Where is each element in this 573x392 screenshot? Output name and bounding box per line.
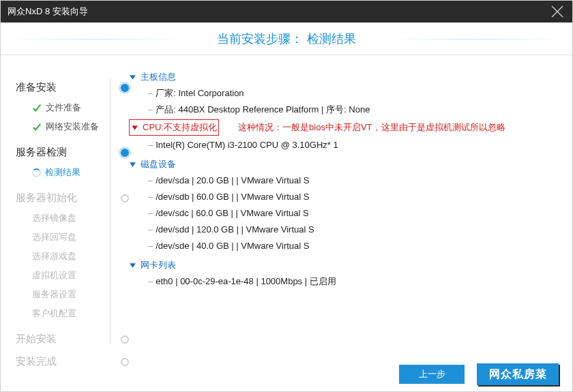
tree-item: –/dev/sdd | 120.0 GB | | VMware Virtual … [129,222,565,238]
step-dot-icon [121,194,129,202]
cpu-warning-note: 这种情况：一般是bios中未开启VT，这里由于是虚拟机测试所以忽略 [238,121,505,134]
chevron-down-icon [129,74,136,81]
tree-section-motherboard[interactable]: 主板信息 [129,69,565,85]
step-dot-icon [121,335,129,344]
chevron-down-icon [129,262,136,269]
tree-item: –/dev/sda | 20.0 GB | | VMware Virtual S [129,172,565,189]
sidebar-item: 虚拟机设置 [16,266,117,285]
svg-marker-5 [130,263,136,268]
tree-item: –/dev/sdb | 60.0 GB | | VMware Virtual S [129,189,565,205]
group-server-init: 服务器初始化 [16,192,117,205]
chevron-down-icon [131,124,138,132]
watermark: 网众私房菜 [477,363,559,385]
tree-item: –/dev/sde | 40.0 GB | | VMware Virtual S [129,238,565,254]
tree-section-nics[interactable]: 网卡列表 [129,257,565,273]
sidebar-divider [110,78,111,344]
sidebar-item: 客户机配置 [16,304,117,323]
tree-item: –eth0 | 00-0c-29-ea-1e-48 | 1000Mbps | 已… [129,273,565,290]
svg-marker-3 [132,125,138,130]
sub-file-ready: 文件准备 [16,98,117,117]
tree-item: – Intel(R) Core(TM) i3-2100 CPU @ 3.10GH… [129,137,565,153]
sub-net-ready: 网络安装准备 [16,117,117,136]
sidebar: 准备安装 文件准备 网络安装准备 服务器检测 检测结果 服务器初始化 [1,55,117,357]
svg-marker-2 [130,75,136,80]
check-icon [32,122,42,132]
prev-button[interactable]: 上一步 [399,365,465,384]
group-start: 开始安装 [16,333,117,346]
close-button[interactable] [548,2,567,21]
step-dot-icon [121,84,129,92]
sidebar-item: 选择游戏盘 [16,247,117,266]
window-title: 网众NxD 8 安装向导 [8,5,88,18]
chevron-down-icon [129,161,136,168]
check-icon [32,103,42,112]
titlebar: 网众NxD 8 安装向导 [1,1,572,22]
sidebar-item: 选择镜像盘 [16,209,117,228]
tree-section-cpu[interactable]: CPU:不支持虚拟化 这种情况：一般是bios中未开启VT，这里由于是虚拟机测试… [129,118,565,137]
content-panel: 主板信息 – 厂家: Intel Corporation – 产品: 440BX… [117,55,572,357]
sidebar-item: 服务器设置 [16,285,117,304]
tree-item: – 厂家: Intel Corporation [129,85,565,102]
tree-item: –/dev/sdc | 60.0 GB | | VMware Virtual S [129,205,565,222]
sidebar-item: 选择回写盘 [16,228,117,247]
step-dot-icon [121,149,129,157]
sub-check-result[interactable]: 检测结果 [16,163,117,182]
tree-section-disks[interactable]: 磁盘设备 [129,156,565,172]
tree-item: – 产品: 440BX Desktop Reference Platform |… [129,102,565,118]
cpu-warning: CPU:不支持虚拟化 [143,121,217,134]
group-server-check: 服务器检测 [16,146,117,159]
step-dot-icon [121,358,129,366]
banner-prefix: 当前安装步骤： [217,31,303,47]
group-prepare: 准备安装 [16,81,117,94]
step-banner: 当前安装步骤： 检测结果 [1,22,572,55]
banner-step: 检测结果 [307,31,356,47]
group-done: 安装完成 [16,355,117,368]
svg-marker-4 [130,162,136,167]
spinner-icon [32,168,41,177]
